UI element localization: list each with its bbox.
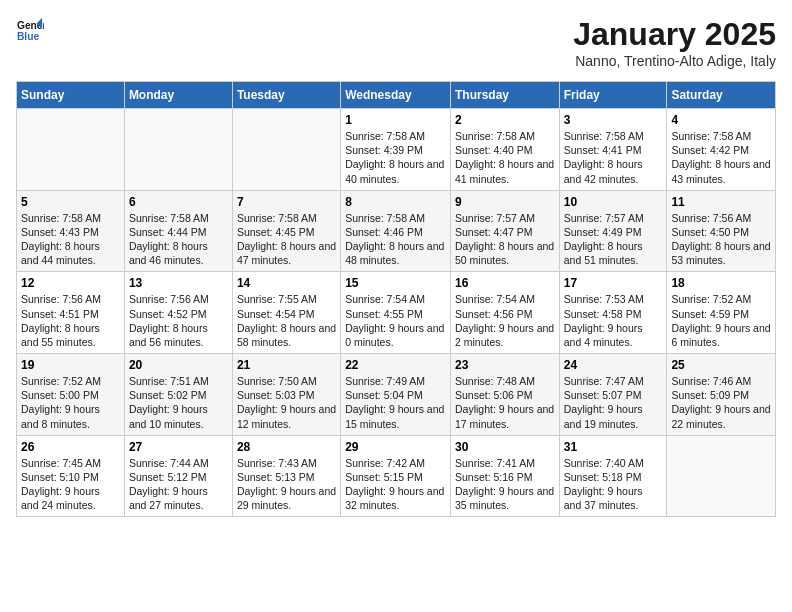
day-content: Sunrise: 7:43 AM Sunset: 5:13 PM Dayligh…	[237, 456, 336, 513]
day-number: 25	[671, 358, 771, 372]
day-content: Sunrise: 7:58 AM Sunset: 4:46 PM Dayligh…	[345, 211, 446, 268]
day-content: Sunrise: 7:57 AM Sunset: 4:49 PM Dayligh…	[564, 211, 663, 268]
day-content: Sunrise: 7:55 AM Sunset: 4:54 PM Dayligh…	[237, 292, 336, 349]
day-content: Sunrise: 7:58 AM Sunset: 4:43 PM Dayligh…	[21, 211, 120, 268]
day-content: Sunrise: 7:50 AM Sunset: 5:03 PM Dayligh…	[237, 374, 336, 431]
month-title: January 2025	[573, 16, 776, 53]
day-number: 5	[21, 195, 120, 209]
weekday-header-cell: Thursday	[450, 82, 559, 109]
title-area: January 2025 Nanno, Trentino-Alto Adige,…	[573, 16, 776, 69]
calendar-cell	[17, 109, 125, 191]
day-number: 13	[129, 276, 228, 290]
day-number: 21	[237, 358, 336, 372]
calendar-cell: 23Sunrise: 7:48 AM Sunset: 5:06 PM Dayli…	[450, 354, 559, 436]
day-number: 24	[564, 358, 663, 372]
calendar-cell: 13Sunrise: 7:56 AM Sunset: 4:52 PM Dayli…	[124, 272, 232, 354]
day-number: 17	[564, 276, 663, 290]
day-content: Sunrise: 7:57 AM Sunset: 4:47 PM Dayligh…	[455, 211, 555, 268]
calendar-cell: 28Sunrise: 7:43 AM Sunset: 5:13 PM Dayli…	[232, 435, 340, 517]
calendar-cell: 12Sunrise: 7:56 AM Sunset: 4:51 PM Dayli…	[17, 272, 125, 354]
day-number: 31	[564, 440, 663, 454]
calendar-cell: 11Sunrise: 7:56 AM Sunset: 4:50 PM Dayli…	[667, 190, 776, 272]
day-number: 10	[564, 195, 663, 209]
calendar-cell: 2Sunrise: 7:58 AM Sunset: 4:40 PM Daylig…	[450, 109, 559, 191]
weekday-header-cell: Wednesday	[341, 82, 451, 109]
calendar-body: 1Sunrise: 7:58 AM Sunset: 4:39 PM Daylig…	[17, 109, 776, 517]
svg-text:Blue: Blue	[17, 31, 40, 42]
day-number: 8	[345, 195, 446, 209]
day-content: Sunrise: 7:49 AM Sunset: 5:04 PM Dayligh…	[345, 374, 446, 431]
day-content: Sunrise: 7:44 AM Sunset: 5:12 PM Dayligh…	[129, 456, 228, 513]
calendar-cell: 1Sunrise: 7:58 AM Sunset: 4:39 PM Daylig…	[341, 109, 451, 191]
day-number: 26	[21, 440, 120, 454]
day-number: 9	[455, 195, 555, 209]
day-number: 30	[455, 440, 555, 454]
day-content: Sunrise: 7:47 AM Sunset: 5:07 PM Dayligh…	[564, 374, 663, 431]
calendar-table: SundayMondayTuesdayWednesdayThursdayFrid…	[16, 81, 776, 517]
calendar-cell: 16Sunrise: 7:54 AM Sunset: 4:56 PM Dayli…	[450, 272, 559, 354]
day-number: 15	[345, 276, 446, 290]
day-content: Sunrise: 7:48 AM Sunset: 5:06 PM Dayligh…	[455, 374, 555, 431]
calendar-cell	[667, 435, 776, 517]
calendar-cell	[124, 109, 232, 191]
day-content: Sunrise: 7:41 AM Sunset: 5:16 PM Dayligh…	[455, 456, 555, 513]
calendar-cell: 3Sunrise: 7:58 AM Sunset: 4:41 PM Daylig…	[559, 109, 667, 191]
day-content: Sunrise: 7:58 AM Sunset: 4:44 PM Dayligh…	[129, 211, 228, 268]
calendar-cell: 6Sunrise: 7:58 AM Sunset: 4:44 PM Daylig…	[124, 190, 232, 272]
calendar-cell: 5Sunrise: 7:58 AM Sunset: 4:43 PM Daylig…	[17, 190, 125, 272]
day-number: 18	[671, 276, 771, 290]
calendar-week-row: 1Sunrise: 7:58 AM Sunset: 4:39 PM Daylig…	[17, 109, 776, 191]
day-content: Sunrise: 7:54 AM Sunset: 4:55 PM Dayligh…	[345, 292, 446, 349]
calendar-week-row: 19Sunrise: 7:52 AM Sunset: 5:00 PM Dayli…	[17, 354, 776, 436]
day-number: 23	[455, 358, 555, 372]
calendar-cell: 17Sunrise: 7:53 AM Sunset: 4:58 PM Dayli…	[559, 272, 667, 354]
calendar-week-row: 26Sunrise: 7:45 AM Sunset: 5:10 PM Dayli…	[17, 435, 776, 517]
calendar-cell: 20Sunrise: 7:51 AM Sunset: 5:02 PM Dayli…	[124, 354, 232, 436]
weekday-header-cell: Sunday	[17, 82, 125, 109]
day-number: 4	[671, 113, 771, 127]
calendar-cell: 9Sunrise: 7:57 AM Sunset: 4:47 PM Daylig…	[450, 190, 559, 272]
day-content: Sunrise: 7:58 AM Sunset: 4:40 PM Dayligh…	[455, 129, 555, 186]
weekday-header-row: SundayMondayTuesdayWednesdayThursdayFrid…	[17, 82, 776, 109]
calendar-cell: 18Sunrise: 7:52 AM Sunset: 4:59 PM Dayli…	[667, 272, 776, 354]
calendar-cell: 10Sunrise: 7:57 AM Sunset: 4:49 PM Dayli…	[559, 190, 667, 272]
day-content: Sunrise: 7:45 AM Sunset: 5:10 PM Dayligh…	[21, 456, 120, 513]
day-content: Sunrise: 7:56 AM Sunset: 4:50 PM Dayligh…	[671, 211, 771, 268]
day-number: 11	[671, 195, 771, 209]
calendar-cell: 30Sunrise: 7:41 AM Sunset: 5:16 PM Dayli…	[450, 435, 559, 517]
day-number: 16	[455, 276, 555, 290]
day-content: Sunrise: 7:54 AM Sunset: 4:56 PM Dayligh…	[455, 292, 555, 349]
day-content: Sunrise: 7:58 AM Sunset: 4:42 PM Dayligh…	[671, 129, 771, 186]
calendar-cell: 25Sunrise: 7:46 AM Sunset: 5:09 PM Dayli…	[667, 354, 776, 436]
calendar-cell: 7Sunrise: 7:58 AM Sunset: 4:45 PM Daylig…	[232, 190, 340, 272]
calendar-week-row: 5Sunrise: 7:58 AM Sunset: 4:43 PM Daylig…	[17, 190, 776, 272]
day-number: 20	[129, 358, 228, 372]
day-content: Sunrise: 7:52 AM Sunset: 5:00 PM Dayligh…	[21, 374, 120, 431]
calendar-cell: 21Sunrise: 7:50 AM Sunset: 5:03 PM Dayli…	[232, 354, 340, 436]
calendar-cell: 29Sunrise: 7:42 AM Sunset: 5:15 PM Dayli…	[341, 435, 451, 517]
day-content: Sunrise: 7:42 AM Sunset: 5:15 PM Dayligh…	[345, 456, 446, 513]
day-number: 19	[21, 358, 120, 372]
logo-icon: General Blue	[16, 16, 44, 44]
calendar-cell: 31Sunrise: 7:40 AM Sunset: 5:18 PM Dayli…	[559, 435, 667, 517]
day-number: 12	[21, 276, 120, 290]
calendar-cell: 24Sunrise: 7:47 AM Sunset: 5:07 PM Dayli…	[559, 354, 667, 436]
day-number: 27	[129, 440, 228, 454]
calendar-cell: 19Sunrise: 7:52 AM Sunset: 5:00 PM Dayli…	[17, 354, 125, 436]
day-content: Sunrise: 7:58 AM Sunset: 4:41 PM Dayligh…	[564, 129, 663, 186]
page-header: General Blue January 2025 Nanno, Trentin…	[16, 16, 776, 69]
logo: General Blue	[16, 16, 44, 44]
day-content: Sunrise: 7:58 AM Sunset: 4:39 PM Dayligh…	[345, 129, 446, 186]
day-number: 3	[564, 113, 663, 127]
day-number: 7	[237, 195, 336, 209]
day-number: 6	[129, 195, 228, 209]
day-number: 14	[237, 276, 336, 290]
calendar-cell	[232, 109, 340, 191]
day-content: Sunrise: 7:51 AM Sunset: 5:02 PM Dayligh…	[129, 374, 228, 431]
day-content: Sunrise: 7:53 AM Sunset: 4:58 PM Dayligh…	[564, 292, 663, 349]
calendar-cell: 14Sunrise: 7:55 AM Sunset: 4:54 PM Dayli…	[232, 272, 340, 354]
calendar-cell: 4Sunrise: 7:58 AM Sunset: 4:42 PM Daylig…	[667, 109, 776, 191]
calendar-cell: 26Sunrise: 7:45 AM Sunset: 5:10 PM Dayli…	[17, 435, 125, 517]
day-number: 29	[345, 440, 446, 454]
day-number: 28	[237, 440, 336, 454]
